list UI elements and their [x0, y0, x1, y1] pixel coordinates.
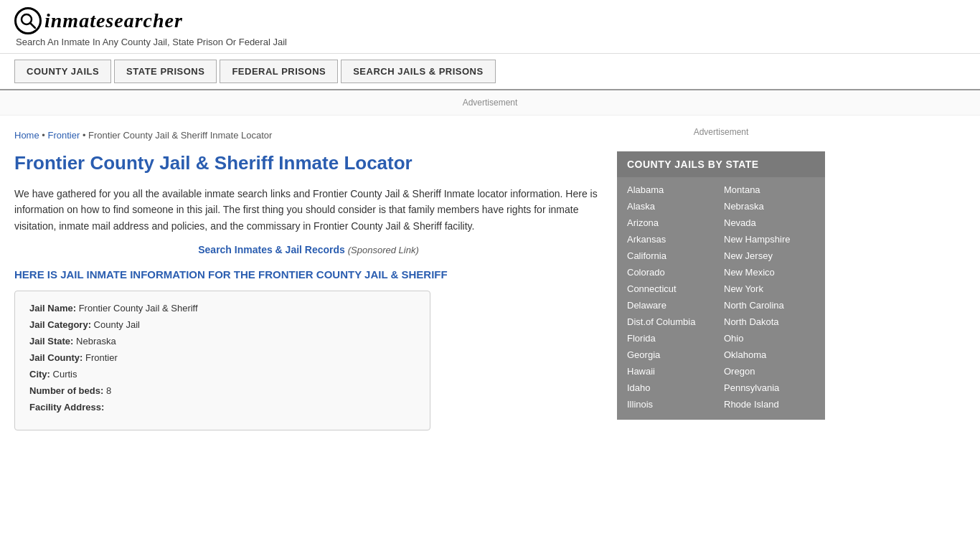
- logo-text: inmatesearcher: [44, 9, 183, 32]
- state-link[interactable]: Arkansas: [624, 231, 721, 248]
- state-link[interactable]: Oregon: [721, 363, 818, 380]
- nav-county-jails[interactable]: COUNTY JAILS: [14, 60, 111, 83]
- main-layout: Home • Frontier • Frontier County Jail &…: [0, 116, 861, 438]
- jail-beds-value: 8: [106, 385, 111, 396]
- jail-city-row: City: Curtis: [29, 369, 415, 380]
- nav-search-jails[interactable]: SEARCH JAILS & PRISONS: [341, 60, 495, 83]
- state-link[interactable]: California: [624, 248, 721, 264]
- jail-city-label: City:: [29, 369, 50, 380]
- jail-county-value: Frontier: [85, 352, 118, 363]
- jail-address-row: Facility Address:: [29, 402, 415, 413]
- jail-category-row: Jail Category: County Jail: [29, 319, 415, 330]
- state-link[interactable]: Connecticut: [624, 281, 721, 297]
- sidebar: Advertisement COUNTY JAILS BY STATE Alab…: [617, 123, 825, 430]
- jail-county-label: Jail County:: [29, 352, 83, 363]
- state-list: AlabamaAlaskaArizonaArkansasCaliforniaCo…: [617, 177, 825, 420]
- logo-text-searcher: searcher: [105, 9, 183, 32]
- header: inmatesearcher Search An Inmate In Any C…: [0, 0, 980, 54]
- breadcrumb-frontier[interactable]: Frontier: [47, 130, 80, 141]
- state-link[interactable]: Arizona: [624, 215, 721, 231]
- state-link[interactable]: New Jersey: [721, 248, 818, 264]
- state-link[interactable]: Florida: [624, 330, 721, 347]
- state-link[interactable]: North Carolina: [721, 297, 818, 314]
- search-inmates-link[interactable]: Search Inmates & Jail Records: [198, 244, 345, 255]
- state-link[interactable]: Dist.of Columbia: [624, 314, 721, 330]
- state-col1: AlabamaAlaskaArizonaArkansasCaliforniaCo…: [624, 182, 721, 413]
- jail-name-value: Frontier County Jail & Sheriff: [79, 303, 198, 314]
- state-link[interactable]: New Mexico: [721, 264, 818, 281]
- state-link[interactable]: Hawaii: [624, 363, 721, 380]
- state-link[interactable]: Montana: [721, 182, 818, 198]
- state-link[interactable]: Oklahoma: [721, 347, 818, 363]
- ad-banner: Advertisement: [0, 90, 980, 116]
- logo-text-inmate: inmate: [44, 9, 105, 32]
- jail-county-row: Jail County: Frontier: [29, 352, 415, 363]
- state-link[interactable]: Rhode Island: [721, 396, 818, 413]
- jail-address-label: Facility Address:: [29, 402, 104, 413]
- tagline: Search An Inmate In Any County Jail, Sta…: [16, 37, 966, 47]
- state-link[interactable]: Alabama: [624, 182, 721, 198]
- jail-category-label: Jail Category:: [29, 319, 91, 330]
- nav-bar: COUNTY JAILS STATE PRISONS FEDERAL PRISO…: [0, 54, 980, 90]
- state-link[interactable]: New Hampshire: [721, 231, 818, 248]
- breadcrumb-sep2: •: [83, 130, 88, 141]
- nav-federal-prisons[interactable]: FEDERAL PRISONS: [220, 60, 338, 83]
- sponsored-label: (Sponsored Link): [348, 245, 419, 255]
- sidebar-ad: Advertisement: [617, 123, 825, 141]
- jail-beds-row: Number of beds: 8: [29, 385, 415, 396]
- description-text: We have gathered for you all the availab…: [14, 186, 603, 234]
- jail-info-box: Jail Name: Frontier County Jail & Sherif…: [14, 291, 430, 430]
- content-area: Home • Frontier • Frontier County Jail &…: [14, 123, 603, 430]
- state-link[interactable]: Colorado: [624, 264, 721, 281]
- state-col2: MontanaNebraskaNevadaNew HampshireNew Je…: [721, 182, 818, 413]
- state-link[interactable]: Alaska: [624, 198, 721, 215]
- jail-name-row: Jail Name: Frontier County Jail & Sherif…: [29, 303, 415, 314]
- state-link[interactable]: North Dakota: [721, 314, 818, 330]
- page-title: Frontier County Jail & Sheriff Inmate Lo…: [14, 152, 603, 174]
- state-link[interactable]: Illinois: [624, 396, 721, 413]
- breadcrumb-current: Frontier County Jail & Sheriff Inmate Lo…: [88, 130, 272, 141]
- logo-icon: [14, 7, 42, 34]
- state-link[interactable]: New York: [721, 281, 818, 297]
- jail-city-value: Curtis: [53, 369, 77, 380]
- info-heading: HERE IS JAIL INMATE INFORMATION FOR THE …: [14, 268, 603, 281]
- jail-state-value: Nebraska: [76, 336, 116, 347]
- state-link[interactable]: Pennsylvania: [721, 380, 818, 396]
- jail-category-value: County Jail: [94, 319, 140, 330]
- breadcrumb-home[interactable]: Home: [14, 130, 39, 141]
- jail-name-label: Jail Name:: [29, 303, 76, 314]
- state-link[interactable]: Ohio: [721, 330, 818, 347]
- state-link[interactable]: Georgia: [624, 347, 721, 363]
- state-box: COUNTY JAILS BY STATE AlabamaAlaskaArizo…: [617, 151, 825, 420]
- jail-beds-label: Number of beds:: [29, 385, 103, 396]
- jail-state-label: Jail State:: [29, 336, 73, 347]
- state-link[interactable]: Nevada: [721, 215, 818, 231]
- state-link[interactable]: Nebraska: [721, 198, 818, 215]
- search-link-area: Search Inmates & Jail Records (Sponsored…: [14, 244, 603, 255]
- breadcrumb: Home • Frontier • Frontier County Jail &…: [14, 130, 603, 141]
- logo-area: inmatesearcher: [14, 7, 966, 34]
- search-logo-icon: [20, 13, 36, 29]
- state-link[interactable]: Idaho: [624, 380, 721, 396]
- nav-state-prisons[interactable]: STATE PRISONS: [114, 60, 217, 83]
- state-link[interactable]: Delaware: [624, 297, 721, 314]
- state-box-header: COUNTY JAILS BY STATE: [617, 151, 825, 177]
- jail-state-row: Jail State: Nebraska: [29, 336, 415, 347]
- svg-line-1: [30, 23, 35, 28]
